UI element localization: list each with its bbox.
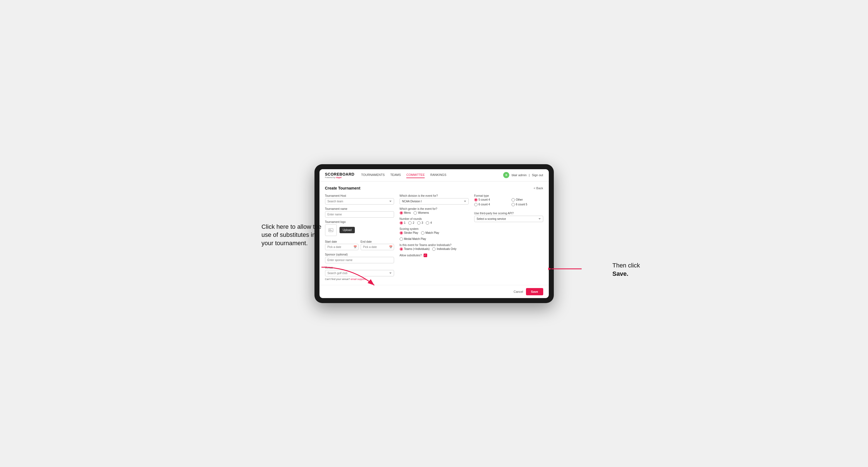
teams-group: Is this event for Teams and/or Individua… bbox=[400, 244, 469, 251]
scoring-service-group: Use third-party live scoring API? Select… bbox=[474, 212, 543, 222]
format-type-label: Format type bbox=[474, 194, 543, 197]
gender-mens-option[interactable]: Mens bbox=[400, 211, 411, 215]
start-date-wrap: 📅 bbox=[325, 244, 359, 250]
calendar-icon-2: 📅 bbox=[389, 246, 393, 249]
tournament-name-group: Tournament name bbox=[325, 207, 394, 218]
tournament-host-input[interactable] bbox=[325, 198, 394, 205]
scoring-medal-radio[interactable] bbox=[400, 238, 403, 241]
page-wrapper: Click here to allow the use of substitut… bbox=[267, 164, 601, 303]
rounds-1-option[interactable]: 1 bbox=[400, 221, 406, 225]
substitutes-checkbox[interactable]: ✓ bbox=[424, 253, 427, 257]
format-5count4-label: 5 count 4 bbox=[479, 198, 490, 201]
substitutes-checkbox-group: Allow substitutes? ✓ bbox=[400, 253, 469, 257]
format-other-radio[interactable] bbox=[512, 198, 515, 201]
scoring-radio-group: Stroke Play Match Play Medal Match Play bbox=[400, 231, 469, 241]
tournament-logo-group: Tournament logo Upload bbox=[325, 220, 394, 236]
sponsor-label: Sponsor (optional) bbox=[325, 253, 394, 256]
scoring-match-radio[interactable] bbox=[421, 231, 425, 235]
teams-individuals-option[interactable]: Individuals Only bbox=[432, 247, 456, 251]
back-link[interactable]: < Back bbox=[534, 186, 543, 190]
save-button[interactable]: Save bbox=[526, 288, 543, 295]
teams-individuals-label: Individuals Only bbox=[437, 247, 456, 250]
logo: SCOREBOARD Powered by clippd bbox=[325, 172, 354, 178]
calendar-icon: 📅 bbox=[353, 246, 357, 249]
nav-rankings[interactable]: RANKINGS bbox=[430, 172, 446, 178]
rounds-4-radio[interactable] bbox=[426, 221, 429, 225]
tournament-logo-label: Tournament logo bbox=[325, 220, 394, 223]
rounds-2-option[interactable]: 2 bbox=[408, 221, 414, 225]
page-title: Create Tournament bbox=[325, 186, 361, 190]
annotation-left: Click here to allow the use of substitut… bbox=[261, 223, 326, 247]
gender-womens-radio[interactable] bbox=[413, 211, 417, 215]
rounds-3-radio[interactable] bbox=[417, 221, 421, 225]
teams-plus-option[interactable]: Teams (+Individuals) bbox=[400, 247, 430, 251]
scoring-stroke-option[interactable]: Stroke Play bbox=[400, 231, 418, 235]
logo-upload-area: Upload bbox=[325, 224, 394, 236]
logo-powered: Powered by clippd bbox=[325, 177, 354, 178]
rounds-3-label: 3 bbox=[422, 221, 423, 224]
scoring-service-select[interactable]: Select a scoring service bbox=[474, 216, 543, 222]
sign-out-link[interactable]: Sign out bbox=[532, 174, 543, 177]
nav-committee[interactable]: COMMITTEE bbox=[406, 172, 425, 178]
scoring-match-option[interactable]: Match Play bbox=[421, 231, 439, 235]
teams-individuals-radio[interactable] bbox=[432, 247, 436, 251]
format-6count5-radio[interactable] bbox=[512, 203, 515, 206]
scoring-medal-option[interactable]: Medal Match Play bbox=[400, 238, 426, 241]
rounds-3-option[interactable]: 3 bbox=[417, 221, 423, 225]
division-select[interactable]: NCAA Division I bbox=[400, 198, 469, 205]
sponsor-input[interactable] bbox=[325, 257, 394, 263]
tournament-name-input[interactable] bbox=[325, 211, 394, 218]
format-6count4-option[interactable]: 6 count 4 bbox=[474, 203, 506, 206]
rounds-4-option[interactable]: 4 bbox=[426, 221, 432, 225]
format-other-option[interactable]: Other bbox=[512, 198, 543, 201]
tournament-name-label: Tournament name bbox=[325, 207, 394, 210]
nav-right: B blair admin | Sign out bbox=[503, 172, 543, 178]
form-col-3: Format type 5 count 4 Other bbox=[474, 194, 543, 281]
format-6count5-option[interactable]: 6 count 5 bbox=[512, 203, 543, 206]
rounds-group: Number of rounds 1 2 bbox=[400, 217, 469, 225]
format-6count4-label: 6 count 4 bbox=[479, 203, 490, 206]
format-6count4-radio[interactable] bbox=[474, 203, 477, 206]
format-5count4-radio[interactable] bbox=[474, 198, 477, 201]
form-col-2: Which division is the event for? NCAA Di… bbox=[400, 194, 469, 281]
dates-group: Start date 📅 End date bbox=[325, 239, 394, 250]
gender-mens-radio[interactable] bbox=[400, 211, 403, 215]
gender-womens-label: Womens bbox=[418, 211, 429, 214]
gender-mens-label: Mens bbox=[404, 211, 411, 214]
nav-teams[interactable]: TEAMS bbox=[390, 172, 401, 178]
format-other-label: Other bbox=[516, 198, 523, 201]
rounds-1-radio[interactable] bbox=[400, 221, 403, 225]
logo-placeholder bbox=[325, 224, 337, 236]
division-group: Which division is the event for? NCAA Di… bbox=[400, 194, 469, 205]
scoring-medal-label: Medal Match Play bbox=[404, 238, 426, 241]
cancel-button[interactable]: Cancel bbox=[514, 290, 523, 293]
page-header: Create Tournament < Back bbox=[325, 186, 543, 190]
annotation-right: Then click Save. bbox=[612, 261, 640, 278]
start-date-label: Start date bbox=[325, 240, 337, 243]
tournament-host-group: Tournament Host bbox=[325, 194, 394, 205]
end-date-wrap: 📅 bbox=[361, 244, 394, 250]
sponsor-group: Sponsor (optional) bbox=[325, 253, 394, 263]
teams-plus-radio[interactable] bbox=[400, 247, 403, 251]
nav-tournaments[interactable]: TOURNAMENTS bbox=[361, 172, 385, 178]
upload-button[interactable]: Upload bbox=[340, 227, 355, 233]
scoring-stroke-label: Stroke Play bbox=[404, 231, 418, 234]
gender-group: Which gender is the event for? Mens Wome… bbox=[400, 207, 469, 215]
arrow-right bbox=[548, 265, 584, 273]
gender-label: Which gender is the event for? bbox=[400, 207, 469, 210]
scoring-match-label: Match Play bbox=[426, 231, 439, 234]
rounds-label: Number of rounds bbox=[400, 217, 469, 220]
scoring-service-label: Use third-party live scoring API? bbox=[474, 212, 543, 215]
tournament-host-label: Tournament Host bbox=[325, 194, 394, 197]
teams-label: Is this event for Teams and/or Individua… bbox=[400, 244, 469, 247]
format-5count4-option[interactable]: 5 count 4 bbox=[474, 198, 506, 201]
rounds-4-label: 4 bbox=[430, 221, 432, 224]
scoring-stroke-radio[interactable] bbox=[400, 231, 403, 235]
date-row: Start date 📅 End date bbox=[325, 239, 394, 250]
scoring-system-label: Scoring system bbox=[400, 227, 469, 230]
gender-womens-option[interactable]: Womens bbox=[413, 211, 429, 215]
format-type-group: Format type 5 count 4 Other bbox=[474, 194, 543, 206]
rounds-2-radio[interactable] bbox=[408, 221, 412, 225]
format-options-grid: 5 count 4 Other 6 count 4 bbox=[474, 198, 543, 206]
gender-radio-group: Mens Womens bbox=[400, 211, 469, 215]
